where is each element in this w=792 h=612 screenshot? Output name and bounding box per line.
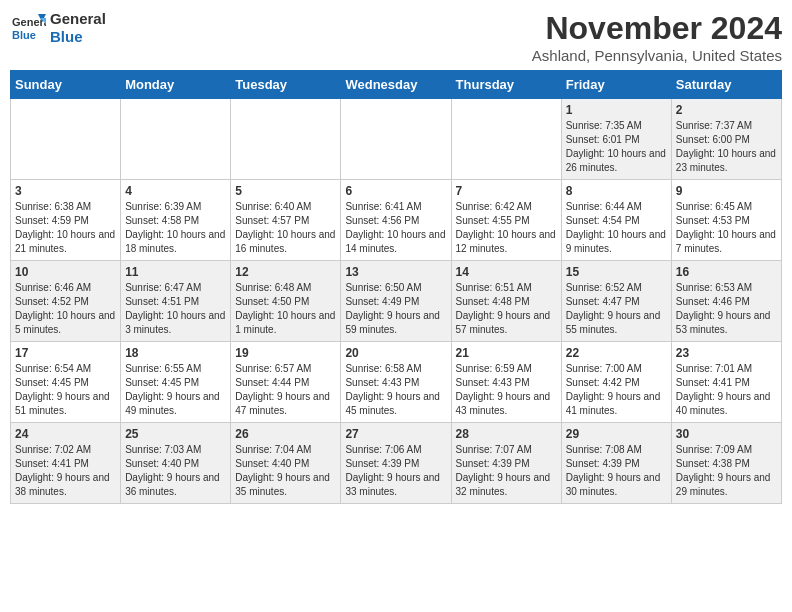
day-number: 24 [15,427,116,441]
day-number: 8 [566,184,667,198]
day-number: 6 [345,184,446,198]
logo-icon: General Blue [10,10,46,46]
day-header-monday: Monday [121,71,231,99]
day-info: Sunrise: 6:42 AM Sunset: 4:55 PM Dayligh… [456,200,557,256]
day-header-thursday: Thursday [451,71,561,99]
day-number: 27 [345,427,446,441]
day-info: Sunrise: 6:40 AM Sunset: 4:57 PM Dayligh… [235,200,336,256]
day-info: Sunrise: 6:44 AM Sunset: 4:54 PM Dayligh… [566,200,667,256]
calendar-header-row: SundayMondayTuesdayWednesdayThursdayFrid… [11,71,782,99]
day-info: Sunrise: 7:35 AM Sunset: 6:01 PM Dayligh… [566,119,667,175]
week-row-4: 17Sunrise: 6:54 AM Sunset: 4:45 PM Dayli… [11,342,782,423]
day-number: 16 [676,265,777,279]
calendar-cell [121,99,231,180]
day-info: Sunrise: 6:54 AM Sunset: 4:45 PM Dayligh… [15,362,116,418]
day-info: Sunrise: 6:48 AM Sunset: 4:50 PM Dayligh… [235,281,336,337]
day-info: Sunrise: 7:07 AM Sunset: 4:39 PM Dayligh… [456,443,557,499]
logo-text-general: General [50,10,106,28]
day-info: Sunrise: 7:02 AM Sunset: 4:41 PM Dayligh… [15,443,116,499]
day-number: 22 [566,346,667,360]
calendar-cell: 21Sunrise: 6:59 AM Sunset: 4:43 PM Dayli… [451,342,561,423]
calendar-cell: 20Sunrise: 6:58 AM Sunset: 4:43 PM Dayli… [341,342,451,423]
calendar-cell: 7Sunrise: 6:42 AM Sunset: 4:55 PM Daylig… [451,180,561,261]
day-info: Sunrise: 7:09 AM Sunset: 4:38 PM Dayligh… [676,443,777,499]
day-number: 10 [15,265,116,279]
calendar-cell: 3Sunrise: 6:38 AM Sunset: 4:59 PM Daylig… [11,180,121,261]
day-number: 18 [125,346,226,360]
day-number: 13 [345,265,446,279]
logo: General Blue General Blue [10,10,106,46]
calendar-cell: 16Sunrise: 6:53 AM Sunset: 4:46 PM Dayli… [671,261,781,342]
day-number: 30 [676,427,777,441]
day-info: Sunrise: 6:52 AM Sunset: 4:47 PM Dayligh… [566,281,667,337]
calendar-cell: 22Sunrise: 7:00 AM Sunset: 4:42 PM Dayli… [561,342,671,423]
day-info: Sunrise: 6:50 AM Sunset: 4:49 PM Dayligh… [345,281,446,337]
day-number: 5 [235,184,336,198]
calendar-cell: 29Sunrise: 7:08 AM Sunset: 4:39 PM Dayli… [561,423,671,504]
day-info: Sunrise: 6:41 AM Sunset: 4:56 PM Dayligh… [345,200,446,256]
title-block: November 2024 Ashland, Pennsylvania, Uni… [532,10,782,64]
day-info: Sunrise: 6:38 AM Sunset: 4:59 PM Dayligh… [15,200,116,256]
day-header-friday: Friday [561,71,671,99]
calendar-cell [11,99,121,180]
day-header-sunday: Sunday [11,71,121,99]
calendar-cell [231,99,341,180]
day-number: 29 [566,427,667,441]
week-row-2: 3Sunrise: 6:38 AM Sunset: 4:59 PM Daylig… [11,180,782,261]
day-info: Sunrise: 6:46 AM Sunset: 4:52 PM Dayligh… [15,281,116,337]
day-number: 1 [566,103,667,117]
calendar-cell: 23Sunrise: 7:01 AM Sunset: 4:41 PM Dayli… [671,342,781,423]
calendar-cell: 30Sunrise: 7:09 AM Sunset: 4:38 PM Dayli… [671,423,781,504]
calendar-table: SundayMondayTuesdayWednesdayThursdayFrid… [10,70,782,504]
day-info: Sunrise: 7:04 AM Sunset: 4:40 PM Dayligh… [235,443,336,499]
calendar-cell: 8Sunrise: 6:44 AM Sunset: 4:54 PM Daylig… [561,180,671,261]
logo-text-blue: Blue [50,28,106,46]
day-number: 11 [125,265,226,279]
day-info: Sunrise: 6:58 AM Sunset: 4:43 PM Dayligh… [345,362,446,418]
day-info: Sunrise: 7:03 AM Sunset: 4:40 PM Dayligh… [125,443,226,499]
week-row-5: 24Sunrise: 7:02 AM Sunset: 4:41 PM Dayli… [11,423,782,504]
calendar-cell: 5Sunrise: 6:40 AM Sunset: 4:57 PM Daylig… [231,180,341,261]
day-header-tuesday: Tuesday [231,71,341,99]
calendar-cell: 25Sunrise: 7:03 AM Sunset: 4:40 PM Dayli… [121,423,231,504]
day-info: Sunrise: 7:00 AM Sunset: 4:42 PM Dayligh… [566,362,667,418]
calendar-cell: 10Sunrise: 6:46 AM Sunset: 4:52 PM Dayli… [11,261,121,342]
calendar-cell: 9Sunrise: 6:45 AM Sunset: 4:53 PM Daylig… [671,180,781,261]
day-info: Sunrise: 6:53 AM Sunset: 4:46 PM Dayligh… [676,281,777,337]
calendar-cell: 26Sunrise: 7:04 AM Sunset: 4:40 PM Dayli… [231,423,341,504]
day-info: Sunrise: 6:47 AM Sunset: 4:51 PM Dayligh… [125,281,226,337]
calendar-cell: 27Sunrise: 7:06 AM Sunset: 4:39 PM Dayli… [341,423,451,504]
day-number: 2 [676,103,777,117]
day-number: 23 [676,346,777,360]
svg-text:Blue: Blue [12,29,36,41]
day-number: 4 [125,184,226,198]
calendar-cell: 24Sunrise: 7:02 AM Sunset: 4:41 PM Dayli… [11,423,121,504]
subtitle: Ashland, Pennsylvania, United States [532,47,782,64]
day-info: Sunrise: 6:51 AM Sunset: 4:48 PM Dayligh… [456,281,557,337]
calendar-cell: 14Sunrise: 6:51 AM Sunset: 4:48 PM Dayli… [451,261,561,342]
day-info: Sunrise: 6:39 AM Sunset: 4:58 PM Dayligh… [125,200,226,256]
day-number: 28 [456,427,557,441]
day-info: Sunrise: 6:59 AM Sunset: 4:43 PM Dayligh… [456,362,557,418]
day-number: 15 [566,265,667,279]
week-row-1: 1Sunrise: 7:35 AM Sunset: 6:01 PM Daylig… [11,99,782,180]
day-number: 21 [456,346,557,360]
day-header-wednesday: Wednesday [341,71,451,99]
calendar-cell: 2Sunrise: 7:37 AM Sunset: 6:00 PM Daylig… [671,99,781,180]
calendar-cell: 15Sunrise: 6:52 AM Sunset: 4:47 PM Dayli… [561,261,671,342]
day-info: Sunrise: 7:37 AM Sunset: 6:00 PM Dayligh… [676,119,777,175]
calendar-cell [341,99,451,180]
week-row-3: 10Sunrise: 6:46 AM Sunset: 4:52 PM Dayli… [11,261,782,342]
calendar-cell: 13Sunrise: 6:50 AM Sunset: 4:49 PM Dayli… [341,261,451,342]
day-number: 25 [125,427,226,441]
calendar-cell: 6Sunrise: 6:41 AM Sunset: 4:56 PM Daylig… [341,180,451,261]
calendar-cell: 12Sunrise: 6:48 AM Sunset: 4:50 PM Dayli… [231,261,341,342]
day-info: Sunrise: 7:01 AM Sunset: 4:41 PM Dayligh… [676,362,777,418]
calendar-cell: 17Sunrise: 6:54 AM Sunset: 4:45 PM Dayli… [11,342,121,423]
day-header-saturday: Saturday [671,71,781,99]
day-number: 17 [15,346,116,360]
calendar-cell: 11Sunrise: 6:47 AM Sunset: 4:51 PM Dayli… [121,261,231,342]
day-number: 26 [235,427,336,441]
calendar-cell: 4Sunrise: 6:39 AM Sunset: 4:58 PM Daylig… [121,180,231,261]
day-number: 14 [456,265,557,279]
